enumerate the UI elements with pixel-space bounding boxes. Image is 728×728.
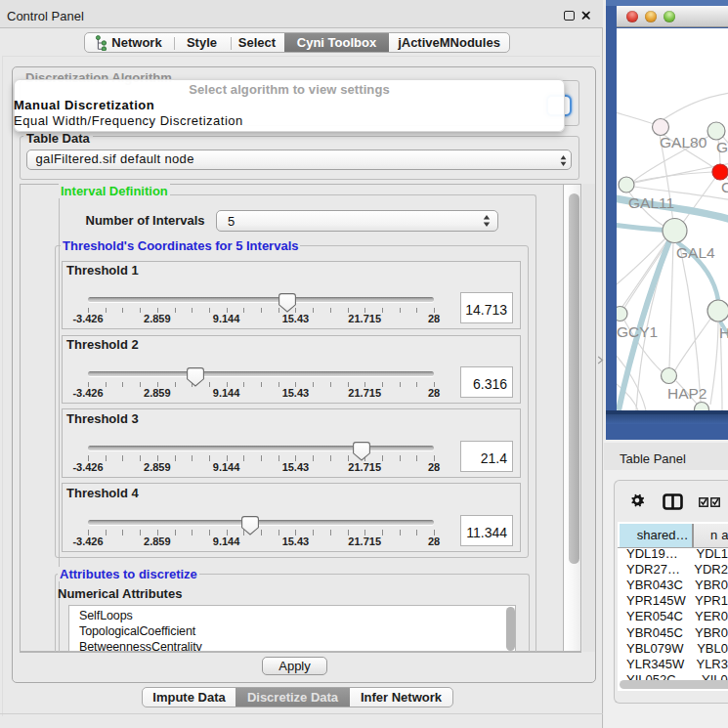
svg-text:HAP2: HAP2: [667, 385, 707, 402]
svg-text:GAL4: GAL4: [676, 244, 715, 261]
svg-text:GAL11: GAL11: [628, 194, 674, 211]
svg-text:GAL80: GAL80: [660, 134, 707, 150]
svg-text:GA: GA: [716, 139, 728, 155]
svg-text:GCY1: GCY1: [617, 323, 658, 340]
svg-text:H: H: [719, 324, 728, 341]
svg-text:C: C: [721, 179, 728, 195]
